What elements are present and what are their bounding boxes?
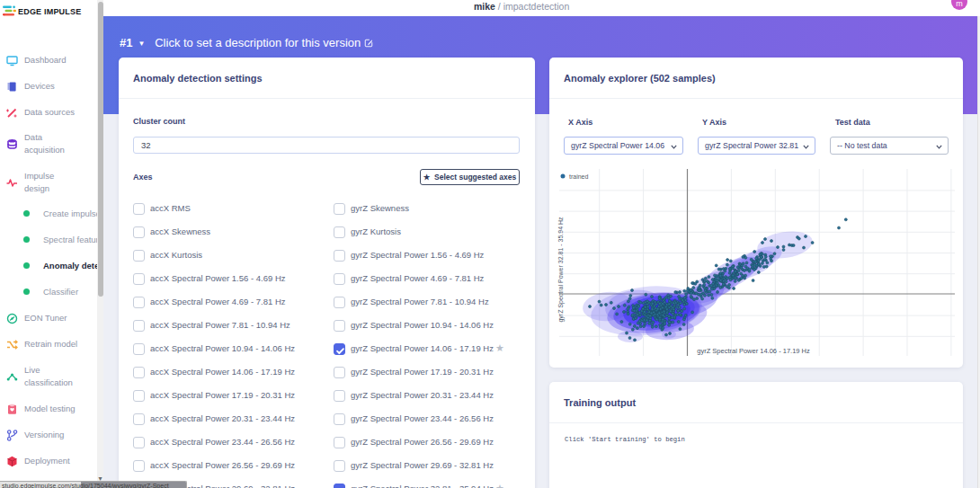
svg-text:gyrZ Spectral Power 32.81 - 35: gyrZ Spectral Power 32.81 - 35.94 Hz [557,217,565,323]
svg-text:gyrZ Spectral Power 14.06 - 17: gyrZ Spectral Power 14.06 - 17.19 Hz [697,347,810,355]
svg-text:trained: trained [569,173,589,180]
